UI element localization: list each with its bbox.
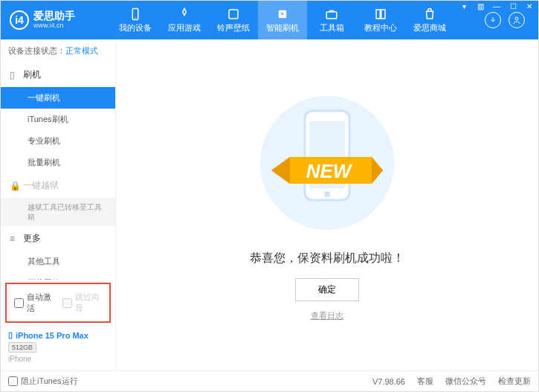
main-content: NEW 恭喜您，保资料刷机成功啦！ 确定 查看日志	[116, 39, 538, 370]
device-icon	[129, 7, 142, 21]
title-bar: ▾ ▥ — ☐ ✕ i4 爱思助手 www.i4.cn 我的设备 应用游戏	[1, 1, 538, 39]
toolbox-icon	[325, 7, 338, 21]
device-name[interactable]: ▯ iPhone 15 Pro Max	[8, 330, 108, 340]
flash-icon	[276, 7, 289, 21]
section-more[interactable]: ≡ 更多	[1, 226, 115, 251]
app-url: www.i4.cn	[33, 22, 75, 30]
maximize-icon[interactable]: ☐	[507, 2, 519, 10]
nav-toolbox[interactable]: 工具箱	[307, 1, 356, 39]
ok-button[interactable]: 确定	[295, 278, 359, 301]
device-info: ▯ iPhone 15 Pro Max 512GB iPhone	[1, 326, 115, 370]
logo-icon: i4	[10, 10, 29, 30]
new-banner-text: NEW	[306, 160, 353, 182]
menu-icon[interactable]: ▾	[458, 2, 470, 10]
nav-ringtones[interactable]: 铃声壁纸	[209, 1, 258, 39]
success-illustration: NEW	[245, 89, 409, 237]
block-itunes-checkbox[interactable]: 阻止iTunes运行	[8, 376, 78, 387]
top-nav: 我的设备 应用游戏 铃声壁纸 智能刷机 工具箱 教程中心	[111, 1, 454, 39]
svg-point-1	[135, 17, 136, 19]
nav-label: 工具箱	[320, 22, 344, 33]
success-message: 恭喜您，保资料刷机成功啦！	[245, 251, 409, 266]
svg-rect-4	[326, 12, 337, 19]
nav-label: 我的设备	[119, 22, 152, 33]
svg-point-9	[324, 191, 330, 197]
download-button[interactable]	[485, 12, 501, 28]
device-type: iPhone	[8, 355, 108, 363]
view-log-link[interactable]: 查看日志	[245, 310, 409, 321]
svg-rect-2	[229, 10, 238, 19]
status-value: 正常模式	[65, 46, 98, 55]
music-icon	[227, 7, 240, 21]
list-icon: ≡	[10, 234, 19, 244]
nav-apps[interactable]: 应用游戏	[160, 1, 209, 39]
nav-label: 教程中心	[364, 22, 397, 33]
footer-update[interactable]: 检查更新	[498, 376, 531, 387]
minimize-icon[interactable]: —	[491, 2, 503, 10]
lock-icon: 🔒	[10, 181, 19, 191]
menu-batch-flash[interactable]: 批量刷机	[1, 152, 115, 173]
sidebar: 设备连接状态：正常模式 ▯ 刷机 一键刷机 iTunes刷机 专业刷机 批量刷机…	[1, 39, 116, 370]
menu-other-tools[interactable]: 其他工具	[1, 251, 115, 272]
connection-status: 设备连接状态：正常模式	[1, 39, 115, 62]
footer-support[interactable]: 客服	[417, 376, 433, 387]
window-controls: ▾ ▥ — ☐ ✕	[458, 2, 535, 10]
device-phone-icon: ▯	[8, 330, 13, 340]
nav-my-device[interactable]: 我的设备	[111, 1, 160, 39]
nav-label: 智能刷机	[266, 22, 299, 33]
user-button[interactable]	[509, 12, 525, 28]
nav-tutorials[interactable]: 教程中心	[356, 1, 405, 39]
menu-itunes-flash[interactable]: iTunes刷机	[1, 109, 115, 130]
checkbox-auto-activate[interactable]: 自动激活	[14, 292, 54, 314]
footer: 阻止iTunes运行 V7.98.66 客服 微信公众号 检查更新	[1, 370, 538, 391]
apps-icon	[178, 7, 191, 21]
activation-options: 自动激活 跳过向导	[5, 283, 111, 323]
nav-label: 爱思商城	[413, 22, 446, 33]
phone-icon: ▯	[10, 70, 19, 80]
store-icon	[423, 7, 436, 21]
section-jailbreak: 🔒 一键越狱	[1, 173, 115, 198]
footer-wechat[interactable]: 微信公众号	[445, 376, 486, 387]
nav-flash[interactable]: 智能刷机	[258, 1, 307, 39]
nav-label: 应用游戏	[168, 22, 201, 33]
version-label: V7.98.66	[372, 377, 405, 386]
nav-store[interactable]: 爱思商城	[405, 1, 454, 39]
nav-label: 铃声壁纸	[217, 22, 250, 33]
skin-icon[interactable]: ▥	[474, 2, 486, 10]
book-icon	[374, 7, 387, 21]
svg-point-5	[515, 17, 518, 20]
menu-one-click-flash[interactable]: 一键刷机	[1, 87, 115, 109]
jailbreak-note[interactable]: 越狱工具已转移至工具箱	[1, 198, 115, 226]
checkbox-skip-setup[interactable]: 跳过向导	[62, 292, 102, 314]
menu-pro-flash[interactable]: 专业刷机	[1, 130, 115, 152]
close-icon[interactable]: ✕	[523, 2, 535, 10]
section-flash[interactable]: ▯ 刷机	[1, 62, 115, 87]
logo: i4 爱思助手 www.i4.cn	[7, 10, 111, 30]
menu-download-firmware[interactable]: 下载固件	[1, 272, 115, 280]
app-title: 爱思助手	[33, 10, 75, 22]
device-storage: 512GB	[8, 342, 36, 353]
